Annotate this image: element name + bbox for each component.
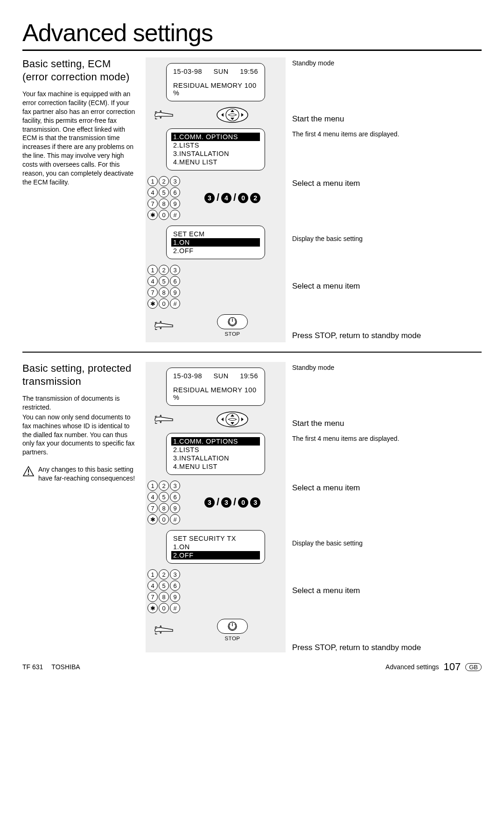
- key-5[interactable]: 5: [159, 492, 169, 502]
- stop-label: STOP: [224, 331, 240, 337]
- key-0[interactable]: 0: [159, 514, 169, 524]
- seq-sep: /: [233, 191, 236, 204]
- key-2[interactable]: 2: [159, 481, 169, 491]
- security-opt-on: 1.ON: [171, 543, 260, 551]
- key-3[interactable]: 3: [170, 569, 180, 580]
- key-4[interactable]: 4: [147, 276, 158, 286]
- ecm-title: SET ECM: [171, 230, 260, 238]
- key-0[interactable]: 0: [159, 210, 169, 220]
- lcd-time: 19:56: [240, 372, 258, 380]
- lcd-date: 15-03-98: [173, 372, 202, 380]
- key-3[interactable]: 3: [170, 265, 180, 275]
- key-6[interactable]: 6: [170, 492, 180, 502]
- note-first4: The first 4 menu items are displayed.: [292, 130, 482, 138]
- security-opt-off: 2.OFF: [171, 551, 260, 559]
- key-star[interactable]: ✱: [147, 603, 158, 613]
- keypad-icon: 1 2 3 4 5 6 7 8 9 ✱ 0 #: [147, 569, 180, 613]
- note-first4: The first 4 menu items are displayed.: [292, 435, 482, 442]
- key-3[interactable]: 3: [170, 481, 180, 491]
- key-7[interactable]: 7: [147, 198, 158, 209]
- menu-item-2: 2.LISTS: [171, 446, 260, 454]
- key-6[interactable]: 6: [170, 276, 180, 286]
- key-hash[interactable]: #: [170, 210, 180, 220]
- seq-sep: /: [217, 191, 219, 204]
- key-5[interactable]: 5: [159, 276, 169, 286]
- footer-section: Advanced settings: [385, 663, 439, 671]
- stop-button[interactable]: [217, 619, 248, 634]
- key-0[interactable]: 0: [159, 298, 169, 309]
- key-4[interactable]: 4: [147, 492, 158, 502]
- key-6[interactable]: 6: [170, 187, 180, 198]
- key-8[interactable]: 8: [159, 592, 169, 602]
- stop-button[interactable]: [217, 314, 248, 329]
- note-start-menu: Start the menu: [292, 419, 482, 428]
- seq-digit: 3: [204, 497, 215, 508]
- note-select: Select a menu item: [292, 179, 482, 188]
- key-2[interactable]: 2: [159, 176, 169, 186]
- key-star[interactable]: ✱: [147, 298, 158, 309]
- key-8[interactable]: 8: [159, 287, 169, 297]
- key-star[interactable]: ✱: [147, 210, 158, 220]
- nav-rocker-button[interactable]: [217, 107, 248, 123]
- key-7[interactable]: 7: [147, 503, 158, 513]
- key-star[interactable]: ✱: [147, 514, 158, 524]
- note-standby: Standby mode: [292, 364, 482, 371]
- warning-icon: [22, 466, 35, 477]
- footer-brand: TOSHIBA: [51, 663, 80, 671]
- key-5[interactable]: 5: [159, 187, 169, 198]
- key-9[interactable]: 9: [170, 287, 180, 297]
- lcd-time: 19:56: [240, 68, 258, 75]
- key-1[interactable]: 1: [147, 265, 158, 275]
- lcd-day: SUN: [214, 372, 229, 380]
- divider: [22, 50, 482, 51]
- key-8[interactable]: 8: [159, 503, 169, 513]
- key-5[interactable]: 5: [159, 580, 169, 591]
- lcd-memory: RESIDUAL MEMORY 100 %: [171, 386, 260, 402]
- key-7[interactable]: 7: [147, 287, 158, 297]
- key-9[interactable]: 9: [170, 198, 180, 209]
- lcd-standby: 15-03-98 SUN 19:56 RESIDUAL MEMORY 100 %: [166, 63, 265, 101]
- stop-icon: [227, 621, 238, 631]
- section-protected-heading: Basic setting, protected transmission: [22, 362, 139, 388]
- ecm-opt-off: 2.OFF: [171, 247, 260, 255]
- key-9[interactable]: 9: [170, 503, 180, 513]
- menu-item-2: 2.LISTS: [171, 141, 260, 149]
- key-hash[interactable]: #: [170, 298, 180, 309]
- seq-digit: 3: [221, 497, 231, 508]
- seq-digit: 4: [221, 193, 231, 203]
- note-select: Select a menu item: [292, 483, 482, 493]
- key-0[interactable]: 0: [159, 603, 169, 613]
- menu-item-4: 4.MENU LIST: [171, 158, 260, 166]
- section-protected-body1: The transmission of documents is restric…: [22, 394, 139, 412]
- key-6[interactable]: 6: [170, 580, 180, 591]
- nav-rocker-button[interactable]: [217, 411, 248, 427]
- key-8[interactable]: 8: [159, 198, 169, 209]
- section-ecm-body: Your fax machine is equipped with an err…: [22, 90, 139, 187]
- menu-item-1: 1.COMM. OPTIONS: [171, 437, 260, 446]
- key-2[interactable]: 2: [159, 265, 169, 275]
- key-hash[interactable]: #: [170, 603, 180, 613]
- key-sequence-ecm: 3 / 4 / 0 2: [204, 192, 260, 204]
- menu-item-3: 3.INSTALLATION: [171, 149, 260, 158]
- divider: [22, 352, 482, 353]
- seq-digit: 3: [250, 497, 260, 508]
- key-9[interactable]: 9: [170, 592, 180, 602]
- key-4[interactable]: 4: [147, 580, 158, 591]
- menu-item-1: 1.COMM. OPTIONS: [171, 133, 260, 141]
- key-3[interactable]: 3: [170, 176, 180, 186]
- security-title: SET SECURITY TX: [171, 534, 260, 543]
- note-select-2: Select a menu item: [292, 282, 482, 291]
- key-hash[interactable]: #: [170, 514, 180, 524]
- lcd-menu: 1.COMM. OPTIONS 2.LISTS 3.INSTALLATION 4…: [166, 433, 265, 475]
- key-1[interactable]: 1: [147, 176, 158, 186]
- menu-item-4: 4.MENU LIST: [171, 462, 260, 471]
- key-1[interactable]: 1: [147, 569, 158, 580]
- key-7[interactable]: 7: [147, 592, 158, 602]
- note-display-basic: Display the basic setting: [292, 539, 482, 547]
- footer-page: 107: [443, 661, 461, 673]
- seq-sep: /: [233, 496, 236, 508]
- key-2[interactable]: 2: [159, 569, 169, 580]
- lcd-day: SUN: [214, 68, 229, 75]
- key-4[interactable]: 4: [147, 187, 158, 198]
- key-1[interactable]: 1: [147, 481, 158, 491]
